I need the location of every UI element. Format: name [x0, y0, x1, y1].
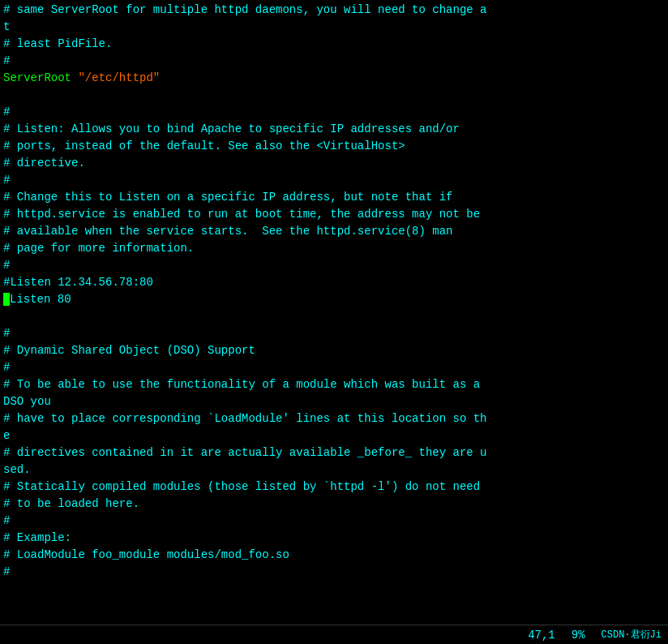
- line-32: # Example:: [3, 530, 665, 547]
- line-19: [3, 308, 665, 325]
- line-12: # Change this to Listen on a specific IP…: [3, 189, 665, 206]
- line-10: # directive.: [3, 155, 665, 172]
- status-right: 47,1 9% CSDN·君衍Ji: [528, 628, 662, 642]
- line-14: # available when the service starts. See…: [3, 223, 665, 240]
- line-27: # directives contained in it are actuall…: [3, 444, 665, 462]
- line-11: #: [3, 172, 665, 189]
- line-6: [3, 87, 665, 104]
- line-13: # httpd.service is enabled to run at boo…: [3, 206, 665, 223]
- editor-container: # same ServerRoot for multiple httpd dae…: [0, 0, 668, 644]
- line-33: # LoadModule foo_module modules/mod_foo.…: [3, 547, 665, 564]
- line-9: # ports, instead of the default. See als…: [3, 138, 665, 155]
- line-7: #: [3, 104, 665, 121]
- line-24: DSO you: [3, 393, 665, 410]
- line-8: # Listen: Allows you to bind Apache to s…: [3, 121, 665, 138]
- line-3: # least PidFile.: [3, 36, 665, 53]
- line-30: # to be loaded here.: [3, 496, 665, 513]
- line-26: e: [3, 427, 665, 444]
- line-29: # Statically compiled modules (those lis…: [3, 479, 665, 496]
- line-28: sed.: [3, 462, 665, 479]
- line-17: #Listen 12.34.56.78:80: [3, 274, 665, 291]
- status-watermark: CSDN·君衍Ji: [602, 628, 662, 642]
- line-22: #: [3, 359, 665, 376]
- line-31: #: [3, 513, 665, 530]
- line-16: #: [3, 257, 665, 274]
- code-area[interactable]: # same ServerRoot for multiple httpd dae…: [0, 0, 668, 625]
- line-4: #: [3, 53, 665, 70]
- cursor: [3, 293, 10, 306]
- line-1: # same ServerRoot for multiple httpd dae…: [3, 2, 665, 19]
- status-percent: 9%: [572, 629, 585, 642]
- line-2: t: [3, 19, 665, 36]
- line-18: Listen 80: [3, 291, 665, 308]
- line-23: # To be able to use the functionality of…: [3, 376, 665, 393]
- status-position: 47,1: [528, 629, 555, 642]
- line-34: #: [3, 564, 665, 581]
- status-bar: 47,1 9% CSDN·君衍Ji: [0, 625, 668, 644]
- line-21: # Dynamic Shared Object (DSO) Support: [3, 342, 665, 359]
- line-15: # page for more information.: [3, 240, 665, 257]
- line-20: #: [3, 325, 665, 342]
- line-5: ServerRoot "/etc/httpd": [3, 70, 665, 87]
- line-25: # have to place corresponding `LoadModul…: [3, 410, 665, 427]
